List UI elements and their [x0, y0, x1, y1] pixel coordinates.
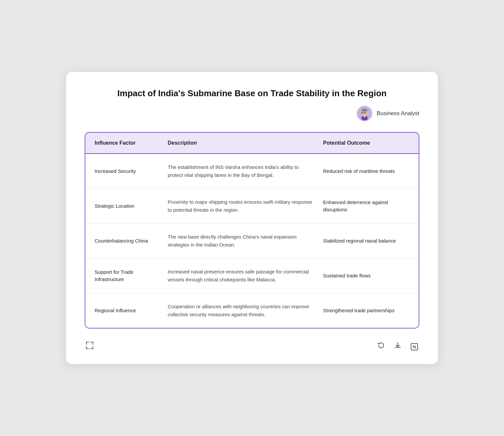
notion-button[interactable]: N — [409, 341, 419, 352]
avatar — [357, 106, 373, 121]
refresh-button[interactable] — [376, 340, 386, 352]
col-header-factor: Influence Factor — [95, 140, 168, 146]
cell-description-4: Cooperation or alliances with neighborin… — [168, 303, 323, 319]
cell-factor-3: Support for Trade Infrastructure — [95, 268, 168, 283]
cell-outcome-4: Strengthened trade partnerships — [323, 307, 409, 315]
author-row: Business Analyst — [85, 106, 419, 121]
author-name: Business Analyst — [377, 110, 419, 117]
svg-point-2 — [362, 109, 368, 112]
download-button[interactable] — [393, 340, 403, 352]
col-header-description: Description — [168, 140, 323, 146]
cell-description-3: Increased naval presence ensures safe pa… — [168, 268, 323, 284]
col-header-outcome: Potential Outcome — [323, 140, 409, 146]
cell-factor-2: Counterbalancing China — [95, 237, 168, 245]
expand-button[interactable] — [85, 340, 95, 352]
cell-outcome-2: Stabilized regional naval balance — [323, 237, 409, 245]
notion-icon: N — [411, 343, 418, 350]
main-card: Impact of India's Submarine Base on Trad… — [66, 72, 438, 364]
table-row: Increased Security The establishment of … — [85, 154, 419, 189]
footer-left — [85, 340, 95, 352]
table-row: Support for Trade Infrastructure Increas… — [85, 258, 419, 293]
cell-factor-1: Strategic Location — [95, 202, 168, 210]
cell-description-2: The new base directly challenges China's… — [168, 233, 323, 249]
table-row: Counterbalancing China The new base dire… — [85, 224, 419, 258]
table-header: Influence Factor Description Potential O… — [85, 133, 419, 154]
table-row: Strategic Location Proximity to major sh… — [85, 189, 419, 224]
cell-description-1: Proximity to major shipping routes ensur… — [168, 198, 323, 214]
table-body: Increased Security The establishment of … — [85, 154, 419, 328]
table-row: Regional Influence Cooperation or allian… — [85, 293, 419, 328]
cell-outcome-1: Enhanced deterrence against disruptions — [323, 199, 409, 214]
cell-outcome-0: Reduced risk of maritime threats — [323, 168, 409, 175]
cell-outcome-3: Sustained trade flows — [323, 272, 409, 280]
footer-row: N — [85, 339, 419, 352]
cell-description-0: The establishment of INS Varsha enhances… — [168, 163, 323, 179]
footer-right: N — [376, 340, 419, 352]
data-table: Influence Factor Description Potential O… — [85, 132, 419, 328]
cell-factor-4: Regional Influence — [95, 307, 168, 315]
page-title: Impact of India's Submarine Base on Trad… — [85, 88, 419, 99]
cell-factor-0: Increased Security — [95, 168, 168, 175]
